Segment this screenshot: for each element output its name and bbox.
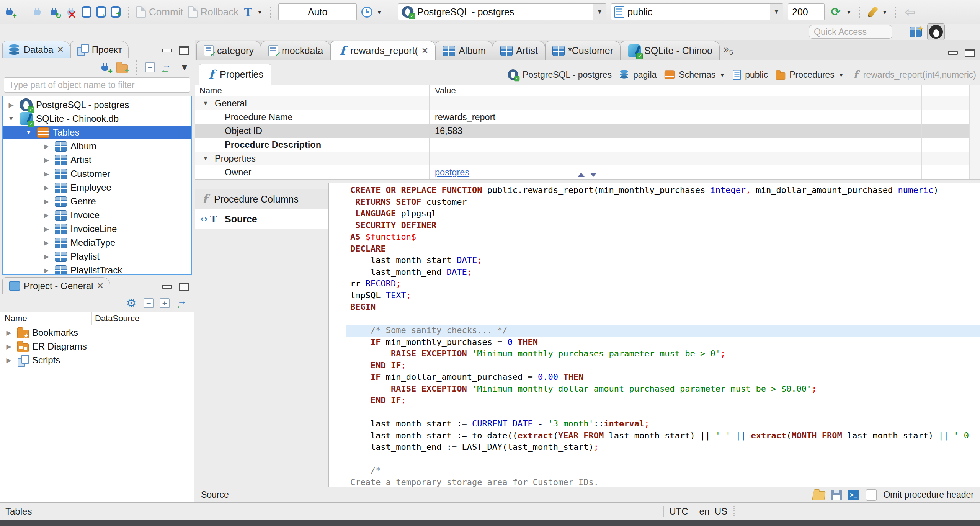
breadcrumb-item-public[interactable]: public bbox=[732, 69, 768, 81]
close-icon[interactable]: ✕ bbox=[57, 45, 64, 55]
tree-item-customer[interactable]: Customer bbox=[3, 167, 191, 181]
collapsed-arrow-icon[interactable] bbox=[41, 156, 51, 164]
editor-tab-customer[interactable]: *Customer bbox=[545, 41, 621, 60]
save-icon[interactable] bbox=[831, 490, 842, 500]
collapsed-arrow-icon[interactable] bbox=[41, 253, 51, 261]
close-icon[interactable]: ✕ bbox=[421, 46, 428, 56]
splitter[interactable] bbox=[195, 179, 980, 183]
collapsed-arrow-icon[interactable] bbox=[41, 211, 51, 219]
tree-item-artist[interactable]: Artist bbox=[3, 153, 191, 167]
column-header-value[interactable]: Value bbox=[429, 85, 921, 96]
collapsed-arrow-icon[interactable] bbox=[6, 101, 16, 109]
commit-button[interactable]: Commit bbox=[136, 6, 183, 18]
tree-item-sqlite-chinook-db[interactable]: SQLite - Chinook.db bbox=[3, 112, 191, 126]
new-connection-icon[interactable]: + bbox=[99, 61, 111, 74]
project-item-bookmarks[interactable]: Bookmarks bbox=[0, 326, 194, 340]
collapse-all-icon[interactable]: − bbox=[144, 298, 154, 308]
editor-tab-artist[interactable]: Artist bbox=[493, 41, 545, 60]
minimize-icon[interactable] bbox=[162, 285, 172, 289]
tree-item-postgresql-postgres[interactable]: PostgreSQL - postgres bbox=[3, 98, 191, 112]
collapse-all-icon[interactable]: − bbox=[145, 62, 155, 72]
transaction-history-button[interactable]: ▼ bbox=[361, 7, 382, 18]
status-timezone[interactable]: UTC bbox=[669, 506, 688, 517]
property-row-general[interactable]: ▼General bbox=[195, 96, 980, 110]
collapsed-arrow-icon[interactable] bbox=[41, 198, 51, 206]
column-header-name[interactable]: Name bbox=[0, 312, 92, 325]
view-menu-icon[interactable] bbox=[180, 62, 189, 72]
connection-combo[interactable]: PostgreSQL - postgres ▼ bbox=[398, 3, 606, 20]
group-expanded-icon[interactable]: ▼ bbox=[199, 155, 212, 162]
property-row-procedure-name[interactable]: Procedure Namerewards_report bbox=[195, 110, 980, 124]
column-header-name[interactable]: Name bbox=[195, 86, 429, 96]
breadcrumb-item-schemas[interactable]: Schemas▼ bbox=[663, 70, 725, 80]
tree-item-employee[interactable]: Employee bbox=[3, 181, 191, 194]
pen-button[interactable]: ▼ bbox=[867, 6, 888, 18]
breadcrumb-item-postgresql-postgres[interactable]: PostgreSQL - postgres bbox=[506, 68, 612, 81]
close-icon[interactable]: ✕ bbox=[96, 281, 103, 291]
property-row-properties[interactable]: ▼Properties bbox=[195, 152, 980, 165]
maximize-icon[interactable] bbox=[965, 49, 975, 57]
tab-database-navigator[interactable]: Databa ✕ bbox=[2, 41, 70, 58]
open-perspective-icon[interactable] bbox=[910, 27, 922, 37]
collapsed-arrow-icon[interactable] bbox=[41, 184, 51, 192]
column-header-datasource[interactable]: DataSource bbox=[92, 312, 142, 325]
link-with-editor-icon[interactable] bbox=[160, 62, 174, 73]
tree-item-tables[interactable]: Tables bbox=[3, 126, 191, 139]
dbeaver-perspective-button[interactable] bbox=[927, 23, 945, 40]
commit-mode-combo[interactable]: Auto bbox=[278, 3, 357, 20]
tree-item-mediatype[interactable]: MediaType bbox=[3, 236, 191, 250]
subtab-source[interactable]: Source bbox=[195, 209, 328, 229]
persist-console-icon[interactable] bbox=[848, 490, 859, 500]
tree-item-album[interactable]: Album bbox=[3, 139, 191, 153]
project-item-scripts[interactable]: Scripts bbox=[0, 353, 194, 367]
expanded-arrow-icon[interactable] bbox=[24, 129, 34, 136]
tree-item-invoiceline[interactable]: InvoiceLine bbox=[3, 222, 191, 236]
collapsed-arrow-icon[interactable] bbox=[41, 170, 51, 178]
collapsed-arrow-icon[interactable] bbox=[4, 329, 14, 337]
dropdown-arrow-icon[interactable]: ▼ bbox=[719, 72, 725, 78]
schema-dropdown-button[interactable]: ▼ bbox=[770, 4, 783, 20]
editor-tab-sqlite-chinoo[interactable]: SQLite - Chinoo bbox=[621, 41, 720, 60]
new-sql-script-icon[interactable]: + bbox=[111, 6, 121, 18]
reconnect-icon[interactable]: ↻ bbox=[48, 6, 60, 18]
project-item-er-diagrams[interactable]: ER Diagrams bbox=[0, 340, 194, 353]
transaction-log-button[interactable]: ▼ bbox=[243, 6, 263, 18]
undo-icon[interactable] bbox=[903, 5, 917, 18]
minimize-icon[interactable] bbox=[162, 49, 172, 52]
fetch-size-input[interactable] bbox=[788, 3, 825, 20]
collapsed-arrow-icon[interactable] bbox=[41, 266, 51, 274]
collapsed-arrow-icon[interactable] bbox=[4, 356, 14, 364]
schema-combo[interactable]: public ▼ bbox=[611, 3, 783, 20]
new-sql-editor-icon[interactable]: → bbox=[96, 6, 106, 18]
connect-icon[interactable] bbox=[31, 6, 43, 18]
breadcrumb-item-procedures[interactable]: Procedures▼ bbox=[775, 69, 844, 80]
dropdown-arrow-icon[interactable]: ▼ bbox=[838, 72, 844, 78]
connection-dropdown-button[interactable]: ▼ bbox=[593, 4, 606, 20]
rollback-button[interactable]: Rollback bbox=[188, 6, 239, 18]
property-value-link[interactable]: postgres bbox=[435, 167, 469, 178]
maximize-icon[interactable] bbox=[179, 283, 189, 291]
editor-tab-rewards-report[interactable]: rewards_report(✕ bbox=[330, 41, 436, 60]
property-row-object-id[interactable]: Object ID16,583 bbox=[195, 124, 980, 138]
property-row-procedure-description[interactable]: Procedure Description bbox=[195, 138, 980, 152]
tree-item-genre[interactable]: Genre bbox=[3, 194, 191, 208]
collapsed-arrow-icon[interactable] bbox=[41, 225, 51, 233]
tab-project-general[interactable]: Project - General ✕ bbox=[2, 277, 110, 294]
editor-tab-category[interactable]: category bbox=[196, 41, 261, 60]
tree-item-playlisttrack[interactable]: PlaylistTrack bbox=[3, 263, 191, 275]
new-folder-icon[interactable]: + bbox=[116, 64, 128, 73]
tree-item-invoice[interactable]: Invoice bbox=[3, 208, 191, 222]
disconnect-icon[interactable]: ✕ bbox=[65, 6, 77, 18]
collapsed-arrow-icon[interactable] bbox=[41, 239, 51, 247]
expanded-arrow-icon[interactable] bbox=[6, 115, 16, 123]
splitter-down-icon[interactable] bbox=[590, 173, 597, 177]
expand-all-icon[interactable]: + bbox=[160, 298, 170, 308]
tab-properties[interactable]: Properties bbox=[199, 64, 271, 85]
link-with-editor-icon[interactable] bbox=[176, 298, 189, 309]
minimize-icon[interactable] bbox=[948, 51, 958, 55]
refresh-button[interactable]: ▼ bbox=[829, 5, 852, 18]
omit-procedure-header-checkbox[interactable] bbox=[866, 489, 877, 501]
grid-scrollbar[interactable] bbox=[969, 85, 980, 96]
editor-tab-album[interactable]: Album bbox=[436, 41, 493, 60]
breadcrumb-item-pagila[interactable]: pagila bbox=[619, 69, 657, 80]
